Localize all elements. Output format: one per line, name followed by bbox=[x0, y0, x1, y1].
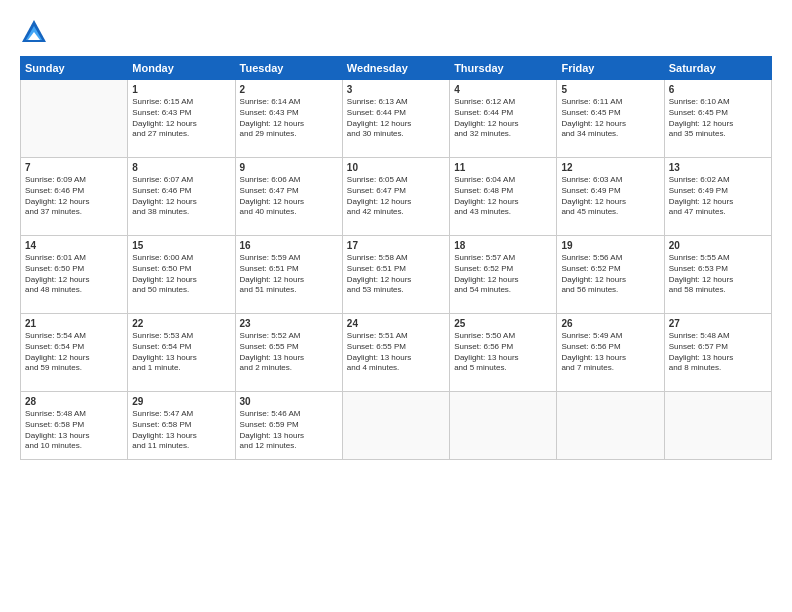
calendar-cell: 15Sunrise: 6:00 AM Sunset: 6:50 PM Dayli… bbox=[128, 236, 235, 314]
day-number: 14 bbox=[25, 240, 123, 251]
day-number: 10 bbox=[347, 162, 445, 173]
day-number: 15 bbox=[132, 240, 230, 251]
day-number: 24 bbox=[347, 318, 445, 329]
cell-content: Sunrise: 6:05 AM Sunset: 6:47 PM Dayligh… bbox=[347, 175, 445, 218]
calendar-cell: 13Sunrise: 6:02 AM Sunset: 6:49 PM Dayli… bbox=[664, 158, 771, 236]
cell-content: Sunrise: 6:01 AM Sunset: 6:50 PM Dayligh… bbox=[25, 253, 123, 296]
calendar-cell: 10Sunrise: 6:05 AM Sunset: 6:47 PM Dayli… bbox=[342, 158, 449, 236]
day-number: 17 bbox=[347, 240, 445, 251]
calendar-cell: 28Sunrise: 5:48 AM Sunset: 6:58 PM Dayli… bbox=[21, 392, 128, 460]
cell-content: Sunrise: 6:07 AM Sunset: 6:46 PM Dayligh… bbox=[132, 175, 230, 218]
calendar-cell bbox=[450, 392, 557, 460]
calendar-header: SundayMondayTuesdayWednesdayThursdayFrid… bbox=[21, 57, 772, 80]
day-number: 21 bbox=[25, 318, 123, 329]
day-number: 20 bbox=[669, 240, 767, 251]
day-number: 13 bbox=[669, 162, 767, 173]
cell-content: Sunrise: 6:11 AM Sunset: 6:45 PM Dayligh… bbox=[561, 97, 659, 140]
page: SundayMondayTuesdayWednesdayThursdayFrid… bbox=[0, 0, 792, 612]
calendar-week-row: 14Sunrise: 6:01 AM Sunset: 6:50 PM Dayli… bbox=[21, 236, 772, 314]
calendar-cell: 5Sunrise: 6:11 AM Sunset: 6:45 PM Daylig… bbox=[557, 80, 664, 158]
calendar-cell: 11Sunrise: 6:04 AM Sunset: 6:48 PM Dayli… bbox=[450, 158, 557, 236]
cell-content: Sunrise: 5:47 AM Sunset: 6:58 PM Dayligh… bbox=[132, 409, 230, 452]
weekday-header: Sunday bbox=[21, 57, 128, 80]
cell-content: Sunrise: 5:52 AM Sunset: 6:55 PM Dayligh… bbox=[240, 331, 338, 374]
calendar-cell: 18Sunrise: 5:57 AM Sunset: 6:52 PM Dayli… bbox=[450, 236, 557, 314]
day-number: 7 bbox=[25, 162, 123, 173]
cell-content: Sunrise: 6:12 AM Sunset: 6:44 PM Dayligh… bbox=[454, 97, 552, 140]
calendar-body: 1Sunrise: 6:15 AM Sunset: 6:43 PM Daylig… bbox=[21, 80, 772, 460]
cell-content: Sunrise: 5:58 AM Sunset: 6:51 PM Dayligh… bbox=[347, 253, 445, 296]
day-number: 4 bbox=[454, 84, 552, 95]
calendar-cell: 4Sunrise: 6:12 AM Sunset: 6:44 PM Daylig… bbox=[450, 80, 557, 158]
cell-content: Sunrise: 5:46 AM Sunset: 6:59 PM Dayligh… bbox=[240, 409, 338, 452]
cell-content: Sunrise: 6:10 AM Sunset: 6:45 PM Dayligh… bbox=[669, 97, 767, 140]
calendar-cell: 12Sunrise: 6:03 AM Sunset: 6:49 PM Dayli… bbox=[557, 158, 664, 236]
calendar-cell: 29Sunrise: 5:47 AM Sunset: 6:58 PM Dayli… bbox=[128, 392, 235, 460]
cell-content: Sunrise: 6:00 AM Sunset: 6:50 PM Dayligh… bbox=[132, 253, 230, 296]
calendar-table: SundayMondayTuesdayWednesdayThursdayFrid… bbox=[20, 56, 772, 460]
weekday-header: Tuesday bbox=[235, 57, 342, 80]
cell-content: Sunrise: 6:13 AM Sunset: 6:44 PM Dayligh… bbox=[347, 97, 445, 140]
calendar-cell: 26Sunrise: 5:49 AM Sunset: 6:56 PM Dayli… bbox=[557, 314, 664, 392]
cell-content: Sunrise: 5:51 AM Sunset: 6:55 PM Dayligh… bbox=[347, 331, 445, 374]
cell-content: Sunrise: 6:15 AM Sunset: 6:43 PM Dayligh… bbox=[132, 97, 230, 140]
calendar-cell: 3Sunrise: 6:13 AM Sunset: 6:44 PM Daylig… bbox=[342, 80, 449, 158]
calendar-cell: 7Sunrise: 6:09 AM Sunset: 6:46 PM Daylig… bbox=[21, 158, 128, 236]
day-number: 11 bbox=[454, 162, 552, 173]
day-number: 27 bbox=[669, 318, 767, 329]
day-number: 18 bbox=[454, 240, 552, 251]
calendar-week-row: 7Sunrise: 6:09 AM Sunset: 6:46 PM Daylig… bbox=[21, 158, 772, 236]
cell-content: Sunrise: 5:57 AM Sunset: 6:52 PM Dayligh… bbox=[454, 253, 552, 296]
day-number: 22 bbox=[132, 318, 230, 329]
cell-content: Sunrise: 5:55 AM Sunset: 6:53 PM Dayligh… bbox=[669, 253, 767, 296]
calendar-cell: 9Sunrise: 6:06 AM Sunset: 6:47 PM Daylig… bbox=[235, 158, 342, 236]
calendar-cell: 21Sunrise: 5:54 AM Sunset: 6:54 PM Dayli… bbox=[21, 314, 128, 392]
logo bbox=[20, 18, 52, 46]
calendar-cell: 19Sunrise: 5:56 AM Sunset: 6:52 PM Dayli… bbox=[557, 236, 664, 314]
day-number: 26 bbox=[561, 318, 659, 329]
calendar-cell bbox=[557, 392, 664, 460]
weekday-header: Wednesday bbox=[342, 57, 449, 80]
cell-content: Sunrise: 5:54 AM Sunset: 6:54 PM Dayligh… bbox=[25, 331, 123, 374]
weekday-header: Saturday bbox=[664, 57, 771, 80]
cell-content: Sunrise: 6:06 AM Sunset: 6:47 PM Dayligh… bbox=[240, 175, 338, 218]
day-number: 2 bbox=[240, 84, 338, 95]
weekday-header: Friday bbox=[557, 57, 664, 80]
calendar-cell: 17Sunrise: 5:58 AM Sunset: 6:51 PM Dayli… bbox=[342, 236, 449, 314]
calendar-cell: 8Sunrise: 6:07 AM Sunset: 6:46 PM Daylig… bbox=[128, 158, 235, 236]
calendar-cell: 27Sunrise: 5:48 AM Sunset: 6:57 PM Dayli… bbox=[664, 314, 771, 392]
day-number: 28 bbox=[25, 396, 123, 407]
calendar-cell bbox=[342, 392, 449, 460]
cell-content: Sunrise: 5:49 AM Sunset: 6:56 PM Dayligh… bbox=[561, 331, 659, 374]
calendar-cell: 20Sunrise: 5:55 AM Sunset: 6:53 PM Dayli… bbox=[664, 236, 771, 314]
day-number: 12 bbox=[561, 162, 659, 173]
header bbox=[20, 18, 772, 46]
header-row: SundayMondayTuesdayWednesdayThursdayFrid… bbox=[21, 57, 772, 80]
calendar-cell: 1Sunrise: 6:15 AM Sunset: 6:43 PM Daylig… bbox=[128, 80, 235, 158]
logo-icon bbox=[20, 18, 48, 46]
day-number: 29 bbox=[132, 396, 230, 407]
cell-content: Sunrise: 5:56 AM Sunset: 6:52 PM Dayligh… bbox=[561, 253, 659, 296]
calendar-cell: 22Sunrise: 5:53 AM Sunset: 6:54 PM Dayli… bbox=[128, 314, 235, 392]
calendar-week-row: 21Sunrise: 5:54 AM Sunset: 6:54 PM Dayli… bbox=[21, 314, 772, 392]
day-number: 23 bbox=[240, 318, 338, 329]
calendar-cell: 6Sunrise: 6:10 AM Sunset: 6:45 PM Daylig… bbox=[664, 80, 771, 158]
cell-content: Sunrise: 6:14 AM Sunset: 6:43 PM Dayligh… bbox=[240, 97, 338, 140]
cell-content: Sunrise: 6:04 AM Sunset: 6:48 PM Dayligh… bbox=[454, 175, 552, 218]
calendar-cell: 30Sunrise: 5:46 AM Sunset: 6:59 PM Dayli… bbox=[235, 392, 342, 460]
cell-content: Sunrise: 5:48 AM Sunset: 6:57 PM Dayligh… bbox=[669, 331, 767, 374]
day-number: 19 bbox=[561, 240, 659, 251]
day-number: 30 bbox=[240, 396, 338, 407]
day-number: 5 bbox=[561, 84, 659, 95]
cell-content: Sunrise: 6:03 AM Sunset: 6:49 PM Dayligh… bbox=[561, 175, 659, 218]
calendar-cell: 24Sunrise: 5:51 AM Sunset: 6:55 PM Dayli… bbox=[342, 314, 449, 392]
day-number: 8 bbox=[132, 162, 230, 173]
day-number: 1 bbox=[132, 84, 230, 95]
calendar-cell: 16Sunrise: 5:59 AM Sunset: 6:51 PM Dayli… bbox=[235, 236, 342, 314]
calendar-week-row: 1Sunrise: 6:15 AM Sunset: 6:43 PM Daylig… bbox=[21, 80, 772, 158]
day-number: 25 bbox=[454, 318, 552, 329]
calendar-cell: 23Sunrise: 5:52 AM Sunset: 6:55 PM Dayli… bbox=[235, 314, 342, 392]
calendar-cell bbox=[21, 80, 128, 158]
cell-content: Sunrise: 5:50 AM Sunset: 6:56 PM Dayligh… bbox=[454, 331, 552, 374]
calendar-cell: 14Sunrise: 6:01 AM Sunset: 6:50 PM Dayli… bbox=[21, 236, 128, 314]
